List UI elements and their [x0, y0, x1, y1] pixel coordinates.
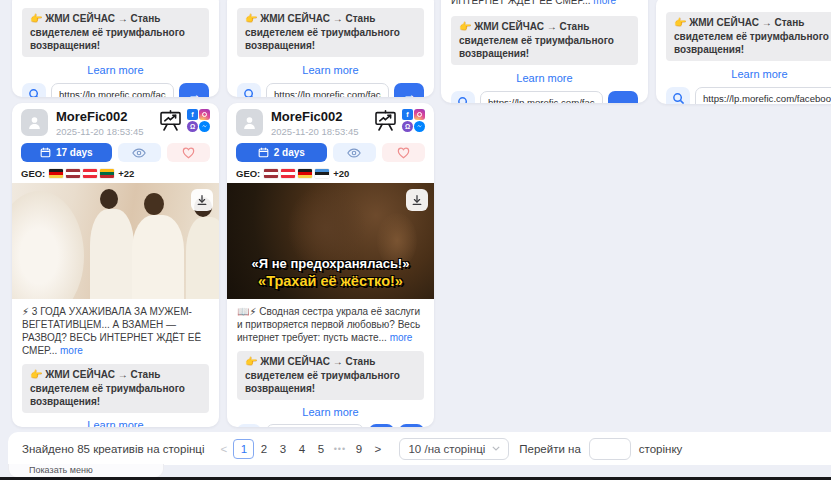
overlay-line-1: «Я не предохранялась!»	[227, 256, 434, 271]
arrow-right-icon: →	[617, 92, 630, 104]
download-icon	[196, 194, 208, 206]
page-button-3[interactable]: 3	[273, 439, 292, 459]
creative-image-wedding[interactable]	[12, 183, 219, 299]
search-icon[interactable]	[237, 424, 261, 428]
bride-figure	[12, 191, 84, 299]
days-active-badge[interactable]: 17 days	[21, 143, 112, 162]
avatar	[236, 109, 263, 136]
landing-url-input[interactable]	[51, 83, 174, 98]
presentation-chart-icon[interactable]	[159, 110, 182, 131]
open-url-button[interactable]: →	[179, 83, 209, 98]
flag-lithuania-icon	[100, 169, 114, 178]
show-menu-button[interactable]: Показать меню	[8, 464, 164, 478]
figure-head	[144, 193, 164, 215]
ad-cta-box: 👉 ЖМИ СЕЙЧАС → Стань свидетелем её триум…	[237, 8, 424, 57]
ad-card-partial-4: 👉 ЖМИ СЕЙЧАС → Стань свидетелем её триум…	[656, 0, 831, 104]
figure-shirt	[132, 215, 184, 299]
landing-url-input[interactable]	[480, 91, 603, 104]
audience-network-icon: Ω	[187, 121, 198, 132]
profile-name[interactable]: MoreFic002	[271, 109, 374, 124]
favorite-button[interactable]	[167, 143, 210, 162]
goto-page-label: Перейти на	[519, 443, 581, 455]
facebook-icon: f	[187, 109, 198, 120]
views-button[interactable]	[118, 143, 161, 162]
arrow-right-icon: →	[375, 425, 388, 428]
search-icon[interactable]	[666, 87, 690, 105]
flag-germany-icon	[49, 169, 63, 178]
learn-more-link[interactable]: Learn more	[227, 406, 434, 418]
messenger-icon	[414, 121, 425, 132]
page-button-4[interactable]: 4	[292, 439, 311, 459]
profile-info: MoreFic002 2025-11-20 18:53:45	[56, 109, 159, 137]
page-button-1[interactable]: 1	[233, 439, 254, 459]
flag-estonia-icon	[315, 169, 329, 178]
next-page-button[interactable]: >	[368, 439, 387, 459]
open-url-button[interactable]: →	[608, 91, 638, 104]
search-icon[interactable]	[22, 83, 46, 98]
goto-page-input[interactable]	[589, 438, 631, 460]
ad-cta-box: 👉 ЖМИ СЕЙЧАС → Стань свидетелем её триум…	[451, 16, 638, 65]
geo-row: GEO: +22	[12, 162, 219, 179]
chevron-down-icon	[492, 446, 500, 451]
creative-library-page: 👉 ЖМИ СЕЙЧАС → Стань свидетелем её триум…	[0, 0, 831, 480]
favorite-button[interactable]	[382, 143, 425, 162]
instagram-icon	[414, 109, 425, 120]
eye-icon	[347, 148, 361, 158]
ad-cta-box: 👉 ЖМИ СЕЙЧАС → Стань свидетелем её триум…	[237, 351, 424, 400]
page-button-5[interactable]: 5	[311, 439, 330, 459]
learn-more-link[interactable]: Learn more	[227, 64, 434, 76]
profile-info: MoreFic002 2025-11-20 18:53:45	[271, 109, 374, 137]
image-overlay-text: «Я не предохранялась!» «Трахай её жёстко…	[227, 256, 434, 289]
search-icon[interactable]	[451, 91, 475, 104]
platform-icons: f Ω	[187, 109, 210, 132]
arrow-right-icon: →	[403, 84, 416, 98]
figure-head	[100, 189, 118, 209]
page-button-9[interactable]: 9	[349, 439, 368, 459]
eye-icon	[132, 148, 146, 158]
pagination-bar: Знайдено 85 креативів на сторінці < 1 2 …	[8, 432, 831, 465]
overlay-line-2: «Трахай её жёстко!»	[227, 273, 434, 289]
download-image-button[interactable]	[406, 189, 428, 211]
facebook-icon: f	[402, 109, 413, 120]
geo-flags	[49, 169, 114, 178]
landing-url-input[interactable]	[266, 83, 389, 98]
creative-image-rain-glass[interactable]: «Я не предохранялась!» «Трахай её жёстко…	[227, 183, 434, 299]
download-image-button[interactable]	[191, 189, 213, 211]
card-header-icons: f Ω	[374, 109, 425, 132]
page-ellipsis[interactable]: •••	[330, 439, 349, 459]
page-button-2[interactable]: 2	[254, 439, 273, 459]
ad-card-partial-3: ИНТЕРНЕТ ЖДЁТ ЕЁ СМЕР... more 👉 ЖМИ СЕЙЧ…	[441, 0, 648, 103]
page-size-select[interactable]: 10 /на сторінці	[399, 438, 509, 460]
url-row: →	[22, 83, 209, 98]
presentation-chart-icon[interactable]	[374, 110, 397, 131]
open-url-button[interactable]: →	[394, 83, 424, 98]
calendar-icon	[258, 147, 269, 158]
days-active-badge[interactable]: 2 days	[236, 143, 327, 162]
views-button[interactable]	[333, 143, 376, 162]
geo-more-count[interactable]: +20	[333, 168, 349, 179]
download-icon	[411, 194, 423, 206]
download-landing-button[interactable]	[399, 424, 424, 428]
learn-more-link[interactable]: Learn more	[441, 72, 648, 84]
learn-more-link[interactable]: Learn more	[656, 68, 831, 80]
instagram-icon	[199, 109, 210, 120]
url-row: →	[237, 83, 424, 98]
profile-name[interactable]: MoreFic002	[56, 109, 159, 124]
more-link[interactable]: more	[593, 0, 616, 6]
learn-more-link[interactable]: Learn more	[12, 64, 219, 76]
landing-url-input[interactable]	[695, 87, 831, 105]
avatar	[21, 109, 48, 136]
figure-shirt	[186, 217, 219, 299]
geo-more-count[interactable]: +22	[118, 168, 134, 179]
search-icon[interactable]	[237, 83, 261, 98]
more-link[interactable]: more	[390, 332, 413, 343]
more-link[interactable]: more	[60, 345, 83, 356]
geo-label: GEO:	[21, 168, 45, 179]
calendar-icon	[40, 147, 51, 158]
open-url-button[interactable]: →	[369, 424, 394, 428]
ad-cta-box: 👉 ЖМИ СЕЙЧАС → Стань свидетелем её триум…	[22, 8, 209, 57]
learn-more-link[interactable]: Learn more	[12, 419, 219, 428]
ad-cta-box: 👉 ЖМИ СЕЙЧАС → Стань свидетелем её триум…	[666, 12, 831, 61]
landing-url-input[interactable]	[266, 424, 364, 428]
prev-page-button[interactable]: <	[214, 439, 233, 459]
